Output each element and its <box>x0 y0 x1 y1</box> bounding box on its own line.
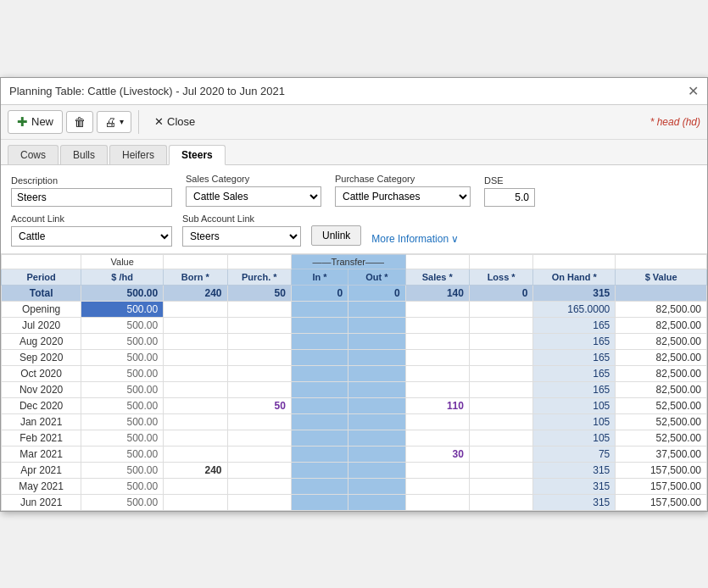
row-purch[interactable] <box>227 317 291 333</box>
row-loss[interactable] <box>469 462 532 478</box>
row-born[interactable] <box>164 365 227 381</box>
row-loss[interactable] <box>469 381 532 397</box>
row-sales[interactable]: 30 <box>405 446 469 462</box>
sub-account-link-select[interactable]: Steers <box>182 226 301 247</box>
tab-heifers[interactable]: Heifers <box>109 145 167 164</box>
row-sales[interactable] <box>405 301 469 317</box>
row-out[interactable] <box>348 430 405 446</box>
row-in[interactable] <box>291 317 348 333</box>
row-onhand[interactable]: 165 <box>533 333 616 349</box>
row-in[interactable] <box>291 365 348 381</box>
row-loss[interactable] <box>469 413 532 430</box>
row-onhand[interactable]: 315 <box>533 462 616 478</box>
total-out[interactable]: 0 <box>348 285 405 301</box>
new-button[interactable]: ✚ New <box>8 110 63 134</box>
row-sales[interactable] <box>405 430 469 446</box>
more-info-link[interactable]: More Information ∨ <box>371 233 459 245</box>
row-out[interactable] <box>348 462 405 478</box>
row-value[interactable]: 500.00 <box>81 333 164 349</box>
delete-button[interactable]: 🗑 <box>66 111 93 133</box>
row-value[interactable]: 500.00 <box>81 413 164 430</box>
tab-steers[interactable]: Steers <box>169 145 226 165</box>
row-in[interactable] <box>291 462 348 478</box>
row-loss[interactable] <box>469 494 532 510</box>
tab-bulls[interactable]: Bulls <box>60 145 108 164</box>
row-purch[interactable] <box>227 494 291 510</box>
row-loss[interactable] <box>469 301 532 317</box>
row-purch[interactable] <box>227 446 291 462</box>
total-sales[interactable]: 140 <box>405 285 469 301</box>
row-value[interactable]: 500.00 <box>81 494 164 510</box>
row-out[interactable] <box>348 381 405 397</box>
total-born[interactable]: 240 <box>164 285 227 301</box>
row-onhand[interactable]: 165 <box>533 317 616 333</box>
row-purch[interactable] <box>227 301 291 317</box>
row-loss[interactable] <box>469 430 532 446</box>
row-loss[interactable] <box>469 446 532 462</box>
row-value[interactable]: 500.00 <box>81 317 164 333</box>
row-sales[interactable] <box>405 349 469 365</box>
row-out[interactable] <box>348 301 405 317</box>
row-born[interactable] <box>164 301 227 317</box>
row-value[interactable]: 500.00 <box>81 301 164 317</box>
row-out[interactable] <box>348 317 405 333</box>
total-purch[interactable]: 50 <box>227 285 291 301</box>
row-onhand[interactable]: 165.0000 <box>533 301 616 317</box>
row-purch[interactable] <box>227 413 291 430</box>
row-sales[interactable] <box>405 478 469 494</box>
sales-category-select[interactable]: Cattle Sales <box>186 186 321 207</box>
row-in[interactable] <box>291 333 348 349</box>
window-close-icon[interactable]: ✕ <box>688 83 699 99</box>
row-value[interactable]: 500.00 <box>81 365 164 381</box>
row-born[interactable] <box>164 333 227 349</box>
row-onhand[interactable]: 165 <box>533 365 616 381</box>
row-in[interactable] <box>291 413 348 430</box>
row-born[interactable] <box>164 494 227 510</box>
row-onhand[interactable]: 75 <box>533 446 616 462</box>
dse-input[interactable] <box>484 188 535 207</box>
row-purch[interactable]: 50 <box>227 397 291 413</box>
row-out[interactable] <box>348 333 405 349</box>
row-onhand[interactable]: 105 <box>533 397 616 413</box>
row-onhand[interactable]: 105 <box>533 430 616 446</box>
row-in[interactable] <box>291 478 348 494</box>
row-in[interactable] <box>291 397 348 413</box>
row-in[interactable] <box>291 301 348 317</box>
row-sales[interactable] <box>405 413 469 430</box>
row-in[interactable] <box>291 381 348 397</box>
account-link-select[interactable]: Cattle <box>11 226 172 247</box>
row-born[interactable]: 240 <box>164 462 227 478</box>
row-value[interactable]: 500.00 <box>81 381 164 397</box>
print-button[interactable]: 🖨 ▾ <box>97 111 131 133</box>
row-sales[interactable] <box>405 365 469 381</box>
row-born[interactable] <box>164 349 227 365</box>
row-born[interactable] <box>164 446 227 462</box>
total-loss[interactable]: 0 <box>469 285 532 301</box>
row-out[interactable] <box>348 413 405 430</box>
row-purch[interactable] <box>227 381 291 397</box>
purchase-category-select[interactable]: Cattle Purchases <box>335 186 471 207</box>
row-value[interactable]: 500.00 <box>81 478 164 494</box>
description-input[interactable] <box>11 188 172 207</box>
row-sales[interactable] <box>405 494 469 510</box>
row-in[interactable] <box>291 430 348 446</box>
row-purch[interactable] <box>227 430 291 446</box>
row-purch[interactable] <box>227 478 291 494</box>
row-sales[interactable] <box>405 381 469 397</box>
row-onhand[interactable]: 105 <box>533 413 616 430</box>
row-purch[interactable] <box>227 349 291 365</box>
row-sales[interactable] <box>405 317 469 333</box>
row-onhand[interactable]: 315 <box>533 478 616 494</box>
row-value[interactable]: 500.00 <box>81 462 164 478</box>
row-in[interactable] <box>291 349 348 365</box>
row-out[interactable] <box>348 478 405 494</box>
row-onhand[interactable]: 165 <box>533 349 616 365</box>
row-born[interactable] <box>164 430 227 446</box>
row-onhand[interactable]: 165 <box>533 381 616 397</box>
row-out[interactable] <box>348 494 405 510</box>
row-value[interactable]: 500.00 <box>81 430 164 446</box>
tab-cows[interactable]: Cows <box>8 145 59 164</box>
row-out[interactable] <box>348 365 405 381</box>
row-sales[interactable] <box>405 462 469 478</box>
row-born[interactable] <box>164 317 227 333</box>
